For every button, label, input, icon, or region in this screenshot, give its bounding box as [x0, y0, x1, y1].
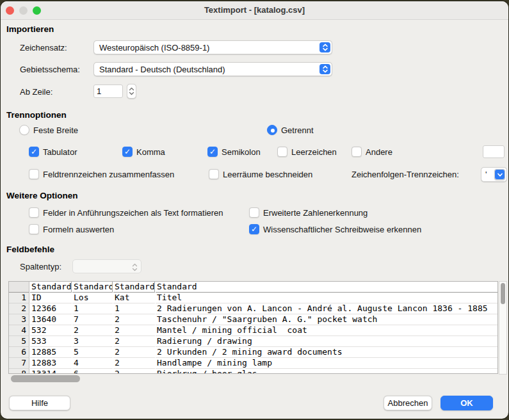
table-cell: Mantel / mining official coat: [156, 325, 497, 336]
table-cell: 13640: [30, 314, 72, 325]
trim-spaces-label[interactable]: Leerräume beschneiden: [223, 170, 312, 179]
leerzeichen-checkbox[interactable]: [277, 147, 287, 157]
semikolon-checkbox[interactable]: [207, 147, 218, 157]
table-cell: 5: [72, 347, 113, 358]
string-delimiter-label: Zeichenfolgen-Trennzeichen:: [351, 170, 459, 179]
table-cell: Kat: [113, 293, 155, 303]
table-row: 2 12366 1 1 2 Radierungen von A. Lancon …: [9, 303, 497, 314]
table-cell: 12885: [30, 347, 72, 358]
title-bar[interactable]: Textimport - [katalog.csv]: [1, 1, 508, 20]
row-number: 4: [9, 325, 29, 336]
charset-value: Westeuropäisch (ISO-8859-1): [99, 43, 209, 52]
table-cell: 2: [113, 347, 155, 358]
table-cell: Handlampe / mining lamp: [156, 358, 497, 369]
table-cell: 2: [72, 325, 113, 336]
table-cell: Radierung / drawing: [156, 336, 497, 347]
fixed-width-radio[interactable]: [19, 125, 29, 135]
corner-cell: [9, 282, 29, 293]
table-cell: 2: [113, 336, 155, 347]
locale-select[interactable]: Standard - Deutsch (Deutschland): [93, 62, 332, 76]
andere-value-input[interactable]: [483, 145, 505, 158]
table-cell: 1: [72, 303, 113, 314]
column-header[interactable]: Standard: [156, 282, 497, 293]
quoted-as-text-label[interactable]: Felder in Anführungszeichen als Text for…: [43, 208, 223, 218]
table-cell: 533: [30, 336, 72, 347]
special-numbers-checkbox[interactable]: [249, 207, 259, 218]
scientific-notation-label[interactable]: Wissenschaftlicher Schreibweise erkennen: [263, 225, 421, 234]
table-row: 1 ID Los Kat Titel: [9, 293, 497, 303]
table-cell: Titel: [156, 293, 497, 303]
leerzeichen-label[interactable]: Leerzeichen: [291, 147, 337, 157]
quoted-as-text-checkbox[interactable]: [29, 207, 39, 218]
column-type-select: [72, 259, 141, 273]
fixed-width-label[interactable]: Feste Breite: [33, 125, 78, 135]
table-header-row: Standard Standard Standard Standard: [9, 282, 497, 293]
vertical-scrollbar[interactable]: [499, 281, 507, 375]
table-cell: 2: [113, 369, 155, 374]
tabulator-checkbox[interactable]: [29, 147, 39, 157]
special-numbers-label[interactable]: Erweiterte Zahlenerkennung: [263, 208, 368, 218]
column-header[interactable]: Standard: [72, 282, 113, 293]
andere-checkbox[interactable]: [351, 147, 362, 157]
section-heading-fields: Feldbefehle: [6, 245, 54, 254]
evaluate-formulas-label[interactable]: Formeln auswerten: [43, 225, 114, 234]
komma-label[interactable]: Komma: [136, 147, 165, 157]
komma-checkbox[interactable]: [122, 147, 133, 157]
table-row: 8 13314 6 2 Bierkrug / beer glas: [9, 369, 497, 374]
table-cell: 2: [113, 325, 155, 336]
charset-label: Zeichensatz:: [20, 43, 67, 52]
horizontal-scrollbar-thumb[interactable]: [11, 375, 80, 382]
table-cell: Bierkrug / beer glas: [156, 369, 497, 374]
locale-value: Standard - Deutsch (Deutschland): [99, 65, 225, 74]
row-number: 7: [9, 358, 29, 369]
evaluate-formulas-checkbox[interactable]: [29, 224, 39, 234]
chevron-up-down-icon: [319, 42, 330, 52]
merge-delimiters-checkbox[interactable]: [29, 169, 39, 179]
locale-label: Gebietsschema:: [20, 65, 80, 74]
vertical-scrollbar-thumb[interactable]: [501, 283, 505, 304]
from-row-input[interactable]: [93, 85, 123, 98]
semikolon-label[interactable]: Semikolon: [222, 147, 261, 157]
row-number: 6: [9, 347, 29, 358]
ok-button[interactable]: OK: [440, 396, 493, 410]
row-number: 2: [9, 303, 29, 314]
table-cell: Taschenuhr / "Saargruben A. G." pocket w…: [156, 314, 497, 325]
scientific-notation-checkbox[interactable]: [249, 224, 259, 234]
table-cell: 2 Radierungen von A. Lancon - André al. …: [156, 303, 497, 314]
table-row: 6 12885 5 2 2 Urkunden / 2 mining award …: [9, 347, 497, 358]
from-row-stepper[interactable]: [127, 84, 136, 99]
row-number: 3: [9, 314, 29, 325]
separated-radio[interactable]: [267, 125, 277, 135]
textimport-dialog: Textimport - [katalog.csv] Importieren Z…: [1, 1, 508, 419]
table-cell: 6: [72, 369, 113, 374]
window-title: Textimport - [katalog.csv]: [1, 5, 508, 15]
string-delimiter-combobox[interactable]: ': [481, 167, 507, 182]
help-button[interactable]: Hilfe: [9, 396, 70, 410]
section-heading-other-options: Weitere Optionen: [6, 191, 78, 200]
table-cell: Los: [72, 293, 113, 303]
table-cell: 1: [113, 303, 155, 314]
andere-label[interactable]: Andere: [366, 147, 392, 157]
merge-delimiters-label[interactable]: Feldtrennzeichen zusammenfassen: [43, 170, 174, 179]
column-header[interactable]: Standard: [113, 282, 155, 293]
table-row: 3 13640 7 2 Taschenuhr / "Saargruben A. …: [9, 314, 497, 325]
column-type-label: Spaltentyp:: [20, 262, 61, 271]
table-cell: 2 Urkunden / 2 mining award documents: [156, 347, 497, 358]
table-cell: 13314: [30, 369, 72, 374]
separated-label[interactable]: Getrennt: [281, 125, 314, 135]
table-cell: ID: [30, 293, 72, 303]
preview-table[interactable]: Standard Standard Standard Standard 1 ID…: [8, 281, 498, 374]
string-delimiter-value: ': [485, 170, 487, 179]
table-cell: 532: [30, 325, 72, 336]
cancel-button[interactable]: Abbrechen: [384, 396, 432, 410]
charset-select[interactable]: Westeuropäisch (ISO-8859-1): [93, 40, 332, 54]
row-number: 5: [9, 336, 29, 347]
table-cell: 2: [113, 314, 155, 325]
trim-spaces-checkbox[interactable]: [209, 169, 219, 179]
row-number: 1: [9, 293, 29, 303]
row-number: 8: [9, 369, 29, 374]
table-cell: 12366: [30, 303, 72, 314]
tabulator-label[interactable]: Tabulator: [43, 147, 77, 157]
table-cell: 4: [72, 358, 113, 369]
column-header[interactable]: Standard: [30, 282, 72, 293]
